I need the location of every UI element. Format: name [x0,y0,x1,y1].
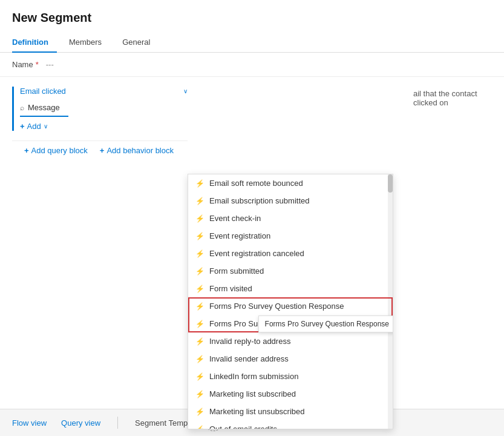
name-value: --- [46,60,54,69]
tabs-bar: Definition Members General [0,32,504,53]
page-title: New Segment [12,11,492,25]
item-label: Invalid sender address [209,354,289,363]
lightning-icon: ⚡ [195,197,205,205]
plus-icon: + [100,146,105,155]
query-block: Email clicked ∨ ⌕ Message + Add ∨ [12,87,188,131]
item-label: Event check-in [209,214,261,223]
plus-icon: + [24,146,29,155]
lightning-icon: ⚡ [195,179,205,188]
main-area: Email clicked ∨ ⌕ Message + Add ∨ + [0,77,504,160]
lightning-icon: ⚡ [195,320,205,328]
add-behavior-block-button[interactable]: + Add behavior block [100,146,174,155]
list-item[interactable]: ⚡ Event registration [188,227,393,245]
item-label: Event registration [209,231,270,240]
item-label: Form visited [209,284,252,293]
message-text: Message [28,103,60,112]
list-item[interactable]: ⚡ Event check-in [188,210,393,227]
item-label: Form submitted [209,266,264,276]
lightning-icon: ⚡ [195,355,205,363]
add-row[interactable]: + Add ∨ [20,122,188,131]
flow-view-link[interactable]: Flow view [12,418,47,428]
tab-members[interactable]: Members [69,33,110,53]
item-label: Email subscription submitted [209,196,309,205]
lightning-icon: ⚡ [195,249,205,258]
lightning-icon: ⚡ [195,302,205,311]
add-query-block-label: Add query block [31,146,88,155]
lightning-icon: ⚡ [195,267,205,276]
list-item[interactable]: ⚡ Marketing list unsubscribed [188,403,393,420]
list-item[interactable]: ⚡ Invalid sender address [188,350,393,368]
item-label: Forms Pro Survey Question Response [209,302,344,311]
footer-divider [117,417,118,429]
list-item[interactable]: ⚡ Email soft remote bounced [188,174,393,192]
item-label: Marketing list unsubscribed [209,407,305,416]
dropdown-scrollable[interactable]: ⚡ Email soft remote bounced ⚡ Email subs… [188,174,393,429]
tab-definition[interactable]: Definition [12,33,57,53]
right-context-text: ail that the contact clicked on [413,89,477,107]
lightning-icon: ⚡ [195,214,205,223]
query-view-link[interactable]: Query view [61,418,100,428]
list-item[interactable]: ⚡ Form submitted [188,262,393,280]
lightning-icon: ⚡ [195,232,205,240]
item-label: Event registration canceled [209,249,304,258]
name-required: * [36,60,39,69]
dropdown-menu: ⚡ Email soft remote bounced ⚡ Email subs… [188,174,393,429]
message-underline [20,116,68,117]
name-row: Name * --- [0,53,504,77]
tab-general[interactable]: General [122,33,159,53]
list-item[interactable]: ⚡ Out of email credits [188,420,393,429]
item-label: Out of email credits [209,424,277,429]
forms-pro-question-item[interactable]: ⚡ Forms Pro Survey Question Response [188,297,393,315]
list-item[interactable]: ⚡ Invalid reply-to address [188,332,393,350]
item-label: Invalid reply-to address [209,337,290,346]
lightning-icon: ⚡ [195,390,205,398]
plus-icon: + [20,122,25,131]
chevron-down-icon: ∨ [183,88,188,94]
add-query-block-button[interactable]: + Add query block [24,146,88,155]
name-label: Name [12,60,33,69]
right-partial-text: ail that the contact clicked on [407,77,504,119]
list-item[interactable]: ⚡ Marketing list subscribed [188,385,393,403]
block-title[interactable]: Email clicked ∨ [20,87,188,96]
lightning-icon: ⚡ [195,337,205,346]
lightning-icon: ⚡ [195,425,205,429]
tooltip-box: Forms Pro Survey Question Response [258,315,393,332]
message-row: ⌕ Message [20,101,188,114]
item-label: Email soft remote bounced [209,179,303,188]
lightning-icon: ⚡ [195,408,205,416]
add-behavior-block-label: Add behavior block [106,146,174,155]
page-container: New Segment Definition Members General N… [0,0,504,436]
search-icon: ⌕ [20,104,24,112]
bottom-bar: + Add query block + Add behavior block [12,140,188,160]
list-item[interactable]: ⚡ Email subscription submitted [188,192,393,210]
item-label: LinkedIn form submission [209,372,298,381]
forms-pro-submitted-item[interactable]: ⚡ Forms Pro Survey Submitted Forms Pro S… [188,315,393,332]
list-item[interactable]: ⚡ LinkedIn form submission [188,368,393,385]
left-panel: Email clicked ∨ ⌕ Message + Add ∨ + [0,87,188,160]
chevron-down-icon: ∨ [44,123,48,130]
page-header: New Segment [0,0,504,30]
list-item[interactable]: ⚡ Form visited [188,280,393,297]
tooltip-text: Forms Pro Survey Question Response [265,320,389,328]
list-item[interactable]: ⚡ Event registration canceled [188,245,393,262]
block-title-text: Email clicked [20,87,66,96]
item-label: Marketing list subscribed [209,389,296,398]
scrollbar-thumb[interactable] [388,174,393,193]
lightning-icon: ⚡ [195,285,205,293]
add-label: Add [27,122,41,131]
lightning-icon: ⚡ [195,372,205,381]
